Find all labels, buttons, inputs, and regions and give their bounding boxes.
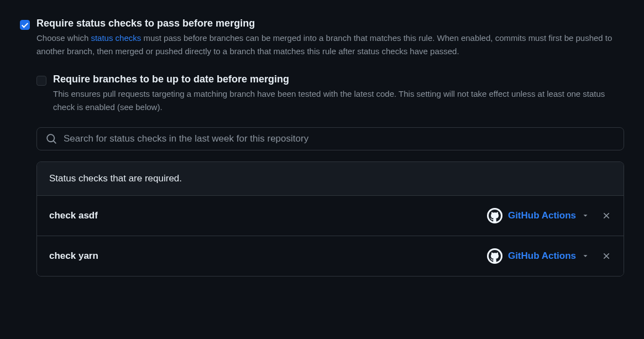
chevron-down-icon <box>582 212 589 220</box>
check-name: check asdf <box>49 210 98 221</box>
require-uptodate-title: Require branches to be up to date before… <box>53 74 624 85</box>
require-status-checkbox[interactable] <box>20 20 30 30</box>
provider-dropdown[interactable]: GitHub Actions <box>487 248 589 264</box>
row-actions: GitHub Actions <box>487 208 611 223</box>
status-check-search[interactable] <box>36 127 624 150</box>
require-status-title: Require status checks to pass before mer… <box>36 18 624 29</box>
remove-check-button[interactable] <box>601 251 611 261</box>
desc-prefix: Choose which <box>36 33 91 43</box>
require-status-content: Require status checks to pass before mer… <box>36 18 624 58</box>
table-header: Status checks that are required. <box>37 162 624 196</box>
require-uptodate-content: Require branches to be up to date before… <box>53 74 624 114</box>
remove-check-button[interactable] <box>601 211 611 221</box>
provider-dropdown[interactable]: GitHub Actions <box>487 208 589 223</box>
provider-name: GitHub Actions <box>508 251 576 262</box>
require-uptodate-description: This ensures pull requests targeting a m… <box>53 87 624 114</box>
chevron-down-icon <box>582 252 589 260</box>
github-icon <box>487 248 502 264</box>
row-actions: GitHub Actions <box>487 248 611 264</box>
check-name: check yarn <box>49 251 98 262</box>
table-row: check yarn GitHub Actions <box>37 236 624 276</box>
require-status-checks-option: Require status checks to pass before mer… <box>20 18 624 58</box>
github-icon <box>487 208 502 223</box>
provider-name: GitHub Actions <box>508 210 576 221</box>
require-uptodate-checkbox[interactable] <box>36 76 46 86</box>
status-checks-link[interactable]: status checks <box>91 33 141 43</box>
search-input[interactable] <box>64 133 615 144</box>
table-row: check asdf GitHub Actions <box>37 196 624 236</box>
require-status-description: Choose which status checks must pass bef… <box>36 32 624 58</box>
required-checks-table: Status checks that are required. check a… <box>36 161 624 277</box>
require-uptodate-option: Require branches to be up to date before… <box>36 74 624 114</box>
search-icon <box>46 133 57 144</box>
